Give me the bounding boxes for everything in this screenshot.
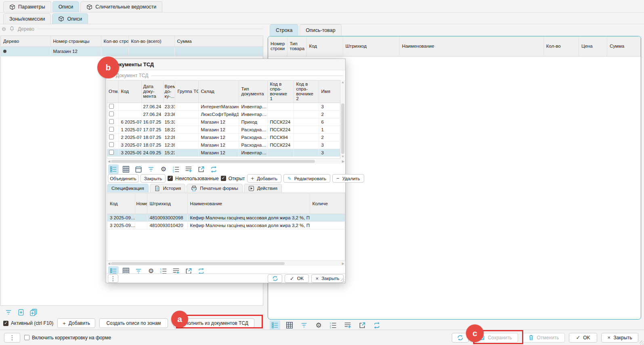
col-doc-date[interactable]: Дата доку- мента [141,80,163,103]
tab-opisi-sub[interactable]: Описи [52,13,88,24]
refresh-icon[interactable] [371,320,382,330]
tab-actions[interactable]: Действия [244,184,282,192]
row-checkbox[interactable] [109,119,114,124]
open-external-icon[interactable] [196,164,206,174]
edit-document-button[interactable]: ✎Редактировать [283,174,330,183]
dialog-title[interactable]: Документы ТСД [106,59,345,70]
col-code[interactable]: Код [107,194,135,214]
dialog-ok-button[interactable]: ✓OK [285,274,309,283]
refresh-button[interactable] [268,274,282,283]
col-ref1[interactable]: Код в спра- вочнике 1 [267,80,294,103]
tsd-document-row[interactable]: 3 2025-09…24.09.2515:23 Магазин 12Инвент… [107,149,340,156]
numbered-list-icon[interactable] [171,164,181,174]
active-checkbox[interactable]: Активный (ctrl F10) [3,320,53,326]
checkbox-checked-icon[interactable] [221,176,226,181]
col-qty[interactable]: Кол-во [543,36,579,56]
add-document-button[interactable]: +Добавить [247,174,281,183]
tsd-document-row[interactable]: 27.06.2423:36 ЛюксСофтТрейд1Инвентар… 2 [107,110,340,118]
col-code[interactable]: Код [306,36,343,56]
col-row-count[interactable]: Кол-во строк [101,36,128,46]
dialog-table-horizontal-scrollbar[interactable]: ◀▶ [107,159,345,164]
add-button[interactable]: +Добавить [57,318,95,328]
checkbox-checked-icon[interactable] [3,321,8,326]
tab-opisi[interactable]: Описи [52,1,80,12]
cancel-button[interactable]: Отменить [522,333,565,343]
col-code[interactable]: Код [118,80,141,103]
col-tsd-group[interactable]: Группа ТСД [175,80,198,103]
col-sum[interactable]: Сумма [174,36,263,46]
col-barcode[interactable]: Штрихкод [147,194,187,214]
specification-row[interactable]: 3 2025-09… 4810093010420Кефир Малочны га… [107,221,345,229]
close-docs-button[interactable]: Закрыть [141,174,166,183]
col-name[interactable]: Наименование [187,194,310,214]
tsd-document-row[interactable]: 1 2025-07…17.07.2518:22 Магазин 12Расход… [107,126,340,133]
col-sum[interactable]: Сумма [607,36,640,56]
tab-history[interactable]: История [150,184,186,192]
grid-view-icon[interactable] [121,164,131,174]
row-checkbox[interactable] [109,104,114,109]
col-barcode[interactable]: Штрихкод [343,36,399,56]
list-view-icon[interactable] [270,320,280,330]
unused-checkbox[interactable]: Неиспользованные [168,176,219,181]
collapse-icon[interactable]: ⊖ [2,26,6,32]
settings-gear-icon[interactable]: ⚙ [158,164,169,174]
col-mark[interactable]: Отм. [107,80,118,103]
open-external-icon[interactable] [357,320,367,330]
col-name[interactable]: Наименование [399,36,543,56]
tsd-document-row[interactable]: 2 2025-07…18.07.2512:28 Магазин 12Расход… [107,133,340,141]
dialog-close-button[interactable]: ×Закрыть [311,274,344,283]
col-name[interactable]: Имя [319,80,340,103]
tab-print-forms[interactable]: Печатные формы [187,184,242,192]
add-documents-icon[interactable] [28,307,39,317]
close-button[interactable]: ×Закрыть [601,333,638,343]
row-checkbox[interactable] [109,135,114,139]
col-qty[interactable]: Количе [310,194,345,214]
calendar-icon[interactable] [133,164,144,174]
dialog-table-vertical-scrollbar[interactable]: ▲▼ [340,80,345,159]
col-item-type[interactable]: Тип товара [287,36,306,56]
add-rows-icon[interactable] [183,164,194,174]
specification-row[interactable]: 3 2025-09… 4810093002098Кефир Малочны га… [107,214,345,221]
col-doc-time[interactable]: Врем до- ку-... [163,80,175,103]
tsd-document-row[interactable]: 6 2025-07…16.07.2515:33 Магазин 12Приход… [107,118,340,126]
col-price[interactable]: Цена [579,36,607,56]
col-doc-type[interactable]: Тип документа [239,80,267,103]
filter-icon[interactable] [3,307,14,317]
row-checkbox[interactable] [109,150,114,155]
tab-vedomosti[interactable]: Сличительные ведомости [80,1,162,12]
open-checkbox[interactable]: Открыт [221,176,245,181]
more-options-button[interactable]: ⋮ [108,274,118,283]
checkbox-checked-icon[interactable] [168,176,173,181]
tab-opis-tovar[interactable]: Опись-товар [300,24,341,36]
add-rows-icon[interactable] [342,320,353,330]
merge-button[interactable]: Объединить [108,174,138,183]
col-number[interactable]: Номер [135,194,147,214]
tsd-document-row[interactable]: 27.06.2423:31 ИнтернетМагазинИнвентар… 3 [107,103,340,110]
col-row-number[interactable]: Номер строки [268,36,287,56]
create-by-zones-button[interactable]: Создать описи по зонам [99,318,168,328]
tab-zones[interactable]: Зоны/комиссии [3,13,51,24]
numbered-list-icon[interactable] [328,320,338,330]
tab-stroka[interactable]: Строка [270,24,298,36]
tsd-document-row[interactable]: 3 2025-07…18.07.2512:39 Магазин 12Расход… [107,141,340,149]
col-tree[interactable]: Дерево [1,36,50,46]
add-document-icon[interactable] [16,307,26,317]
filter-icon[interactable] [146,164,156,174]
tab-parameters[interactable]: Параметры [3,1,51,12]
row-checkbox[interactable] [109,111,114,116]
row-checkbox[interactable] [109,127,114,132]
col-warehouse[interactable]: Склад [198,80,239,103]
settings-gear-icon[interactable]: ⚙ [313,320,324,330]
delete-document-button[interactable]: −Удалить [332,174,364,183]
ok-button[interactable]: ✓OK [569,333,597,343]
filter-icon[interactable] [299,320,309,330]
tree-table-row[interactable]: Магазин 12 [1,46,263,56]
list-view-icon[interactable] [108,164,119,174]
bell-icon[interactable] [9,26,15,32]
row-checkbox[interactable] [109,142,114,147]
correction-checkbox[interactable]: Включить корректировку на форме [24,335,111,341]
checkbox-unchecked-icon[interactable] [24,335,29,340]
tab-specification[interactable]: Спецификация [107,184,149,192]
refresh-icon[interactable] [208,164,219,174]
grid-view-icon[interactable] [284,320,295,330]
